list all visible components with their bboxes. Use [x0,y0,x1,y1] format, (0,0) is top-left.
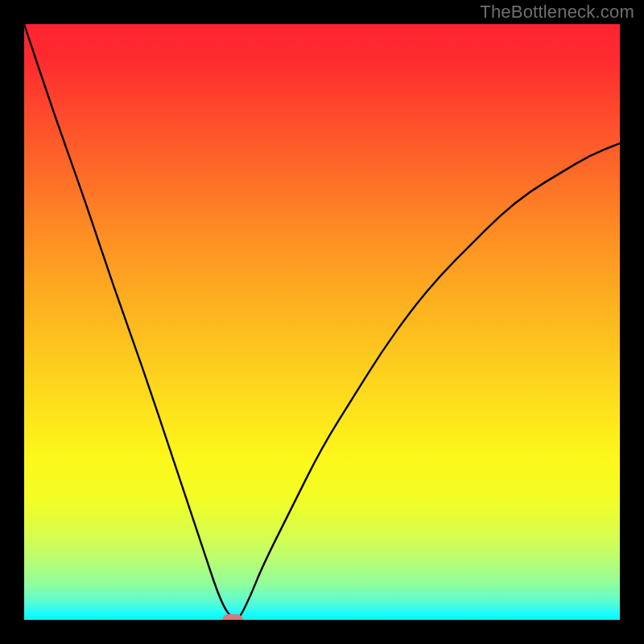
curve-layer [24,24,620,620]
bottleneck-curve [24,24,620,620]
optimal-point-marker [222,614,243,620]
chart-frame: TheBottleneck.com [0,0,644,644]
plot-area [24,24,620,620]
attribution-text: TheBottleneck.com [480,2,634,23]
